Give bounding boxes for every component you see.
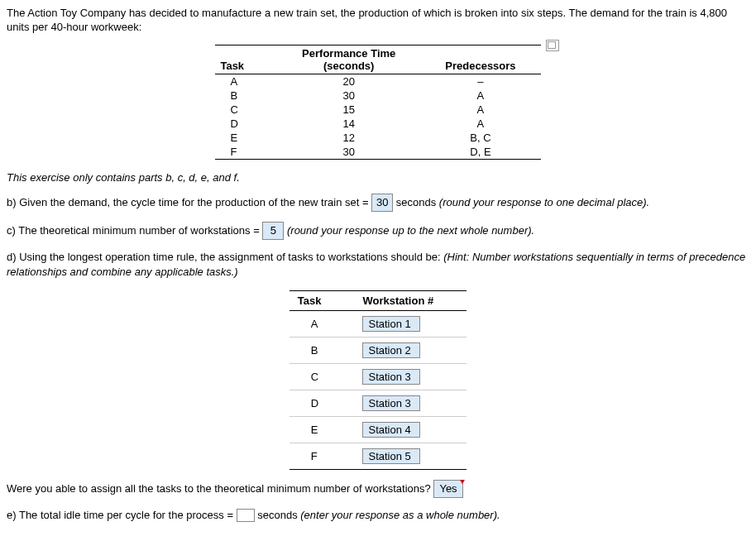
cycle-time-input[interactable]: 30 — [371, 194, 393, 212]
table-row: AStation 1 — [289, 310, 467, 337]
time-header: Performance Time (seconds) — [277, 45, 420, 74]
ws-num-header: Workstation # — [354, 290, 467, 310]
task-table: Task Performance Time (seconds) Predeces… — [215, 45, 540, 160]
expand-icon[interactable] — [546, 40, 559, 51]
table-row: FStation 5 — [289, 443, 467, 469]
part-b: b) Given the demand, the cycle time for … — [7, 194, 749, 212]
table-row: DStation 3 — [289, 390, 467, 416]
yes-no-select[interactable]: Yes — [433, 480, 462, 498]
task-header: Task — [215, 45, 277, 74]
table-row: F30D, E — [215, 145, 540, 160]
assign-question: Were you able to assign all the tasks to… — [7, 480, 749, 498]
ws-select[interactable]: Station 3 — [362, 369, 420, 385]
intro-text: The Action Toy Company has decided to ma… — [7, 7, 749, 35]
table-row: D14A — [215, 117, 540, 131]
table-row: B30A — [215, 89, 540, 103]
ws-select[interactable]: Station 3 — [362, 395, 420, 411]
ws-select[interactable]: Station 2 — [362, 342, 420, 358]
part-c: c) The theoretical minimum number of wor… — [7, 222, 749, 240]
min-workstations-input[interactable]: 5 — [262, 222, 284, 240]
table-row: EStation 4 — [289, 416, 467, 443]
table-row: C15A — [215, 103, 540, 117]
task-table-container: Task Performance Time (seconds) Predeces… — [7, 45, 749, 160]
table-row: CStation 3 — [289, 363, 467, 390]
ws-select[interactable]: Station 4 — [362, 422, 420, 438]
ws-select[interactable]: Station 1 — [362, 316, 420, 332]
pred-header: Predecessors — [420, 45, 540, 74]
idle-time-input[interactable] — [237, 509, 255, 522]
ws-select[interactable]: Station 5 — [362, 448, 420, 464]
table-row: E12B, C — [215, 131, 540, 145]
part-d: d) Using the longest operation time rule… — [7, 250, 749, 280]
workstation-table: Task Workstation # AStation 1 BStation 2… — [289, 290, 467, 470]
table-row: A20– — [215, 74, 540, 89]
parts-note: This exercise only contains parts b, c, … — [7, 171, 749, 184]
table-row: BStation 2 — [289, 337, 467, 363]
ws-task-header: Task — [289, 290, 355, 310]
part-e: e) The total idle time per cycle for the… — [7, 508, 749, 523]
